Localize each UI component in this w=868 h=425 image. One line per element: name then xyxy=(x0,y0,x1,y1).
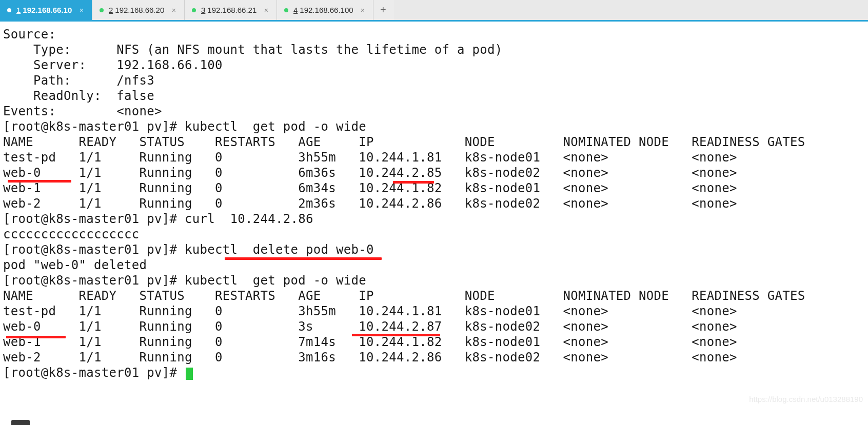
new-tab-button[interactable]: + xyxy=(373,0,394,20)
terminal-cursor xyxy=(186,368,193,380)
highlight-underline xyxy=(393,181,434,184)
tab-4[interactable]: 4 192.168.66.100 × xyxy=(277,0,373,20)
tab-number: 4 xyxy=(293,6,298,14)
highlight-underline xyxy=(225,257,382,260)
watermark: https://blog.csdn.net/u013288190 xyxy=(749,395,863,403)
tab-1[interactable]: 1 192.168.66.10 × xyxy=(0,0,92,20)
tab-number: 2 xyxy=(109,6,113,14)
status-dot-icon xyxy=(100,8,104,12)
tab-label: 192.168.66.100 xyxy=(300,6,353,14)
highlight-underline xyxy=(6,336,66,338)
tab-3[interactable]: 3 192.168.66.21 × xyxy=(185,0,277,20)
close-icon[interactable]: × xyxy=(165,6,176,14)
close-icon[interactable]: × xyxy=(353,6,365,14)
tab-2[interactable]: 2 192.168.66.20 × xyxy=(92,0,185,20)
status-dot-icon xyxy=(192,8,196,12)
taskbar-stub xyxy=(11,420,30,425)
terminal-output[interactable]: Source: Type: NFS (an NFS mount that las… xyxy=(0,22,868,380)
plus-icon: + xyxy=(380,4,386,16)
tab-bar: 1 192.168.66.10 × 2 192.168.66.20 × 3 19… xyxy=(0,0,868,22)
status-dot-icon xyxy=(284,8,288,12)
tab-label: 192.168.66.20 xyxy=(115,6,164,14)
highlight-underline xyxy=(352,334,440,336)
status-dot-icon xyxy=(7,8,11,12)
tab-number: 3 xyxy=(201,6,205,14)
tab-number: 1 xyxy=(16,6,21,14)
close-icon[interactable]: × xyxy=(257,6,268,14)
highlight-underline xyxy=(8,180,71,183)
tab-label: 192.168.66.21 xyxy=(207,6,257,14)
close-icon[interactable]: × xyxy=(72,6,84,14)
tab-label: 192.168.66.10 xyxy=(23,6,72,14)
